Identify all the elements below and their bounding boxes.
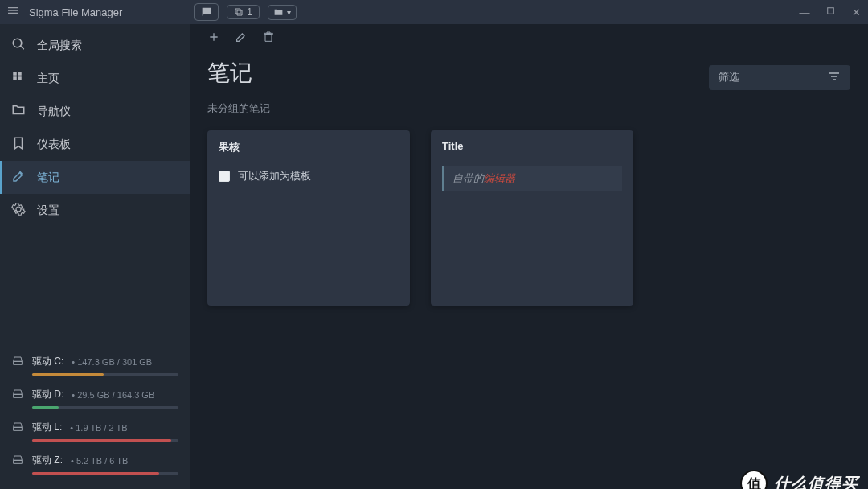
sidebar-item-label: 导航仪 [37, 105, 71, 119]
note-quote-block: 自带的编辑器 [442, 166, 622, 191]
drive-stats: • 29.5 GB / 164.3 GB [72, 390, 154, 400]
sidebar-item-settings[interactable]: 设置 [0, 194, 190, 227]
chevron-down-icon: ▾ [287, 8, 291, 17]
sidebar-item-label: 主页 [37, 72, 59, 86]
sidebar-item-global-search[interactable]: 全局搜索 [0, 29, 190, 62]
sidebar-item-dashboard[interactable]: 仪表板 [0, 128, 190, 161]
drive-stats: • 147.3 GB / 301 GB [72, 357, 152, 367]
bookmark-icon [11, 136, 26, 153]
app-title: Sigma File Manager [29, 6, 122, 18]
home-grid-icon [11, 70, 26, 87]
note-quote-highlight: 编辑器 [484, 172, 515, 184]
drive-label: 驱动 Z: [32, 454, 63, 467]
watermark: 值 什么值得买 [740, 470, 858, 489]
sidebar-item-label: 笔记 [37, 171, 59, 185]
note-card[interactable]: 果核 可以添加为模板 [207, 130, 410, 306]
drive-usage-bar [32, 406, 178, 409]
drive-label: 驱动 C: [32, 355, 63, 368]
drive-item[interactable]: 驱动 C: • 147.3 GB / 301 GB [6, 349, 183, 376]
sidebar-item-notes[interactable]: 笔记 [0, 161, 190, 194]
page-title: 笔记 [207, 58, 252, 88]
search-icon [11, 37, 26, 54]
hamburger-menu-icon[interactable] [6, 4, 19, 20]
chat-icon[interactable] [194, 3, 219, 21]
filter-input[interactable]: 筛选 [709, 65, 850, 90]
drive-item[interactable]: 驱动 L: • 1.9 TB / 2 TB [6, 415, 183, 442]
filter-label: 筛选 [719, 70, 739, 84]
watermark-badge: 值 [740, 470, 768, 489]
folder-icon [11, 103, 26, 120]
svg-rect-0 [827, 8, 833, 14]
note-card[interactable]: Title 自带的编辑器 [431, 130, 633, 306]
toolbar [207, 31, 850, 47]
sidebar-item-navigator[interactable]: 导航仪 [0, 95, 190, 128]
window-close-button[interactable]: ✕ [850, 6, 862, 18]
watermark-text: 什么值得买 [774, 473, 858, 490]
svg-rect-4 [18, 76, 22, 80]
tab-count-pill[interactable]: 1 [227, 5, 260, 19]
filter-icon [828, 70, 841, 85]
sidebar-item-label: 设置 [37, 203, 59, 218]
drive-usage-bar [32, 373, 178, 376]
drive-icon [11, 387, 24, 402]
note-edit-icon [11, 169, 26, 186]
drive-icon [11, 453, 24, 468]
svg-rect-2 [18, 72, 22, 76]
main-content: 笔记 筛选 未分组的笔记 果核 可以添加为模板 Title [190, 24, 868, 489]
drive-stats: • 5.2 TB / 6 TB [71, 456, 128, 466]
drive-icon [11, 354, 24, 369]
titlebar: Sigma File Manager 1 ▾ — ✕ [0, 0, 868, 24]
note-quote-text: 自带的 [452, 172, 484, 184]
drive-item[interactable]: 驱动 D: • 29.5 GB / 164.3 GB [6, 382, 183, 409]
gear-icon [11, 202, 26, 219]
drive-usage-bar [32, 472, 178, 475]
drive-stats: • 1.9 TB / 2 TB [70, 423, 127, 433]
drive-usage-bar [32, 439, 178, 442]
delete-button[interactable] [262, 31, 275, 47]
sidebar: 全局搜索 主页 导航仪 仪表板 笔记 [0, 24, 190, 489]
add-button[interactable] [207, 31, 220, 47]
sidebar-item-label: 仪表板 [37, 138, 71, 152]
note-card-title: Title [431, 130, 633, 160]
sidebar-item-label: 全局搜索 [37, 39, 82, 53]
drives-panel: 驱动 C: • 147.3 GB / 301 GB 驱动 D: • 29.5 G… [0, 346, 190, 489]
svg-rect-3 [13, 76, 17, 80]
section-subheading: 未分组的笔记 [207, 101, 850, 116]
note-checklist-item[interactable]: 可以添加为模板 [219, 169, 399, 183]
drive-item[interactable]: 驱动 Z: • 5.2 TB / 6 TB [6, 448, 183, 475]
folder-dropdown-pill[interactable]: ▾ [268, 5, 297, 20]
sidebar-item-home[interactable]: 主页 [0, 62, 190, 95]
note-card-title: 果核 [207, 130, 410, 162]
drive-label: 驱动 D: [32, 388, 63, 401]
window-minimize-button[interactable]: — [799, 6, 810, 18]
note-checklist-label: 可以添加为模板 [238, 169, 311, 183]
svg-rect-1 [13, 72, 17, 76]
window-maximize-button[interactable] [825, 6, 836, 18]
tab-count: 1 [247, 6, 252, 18]
drive-label: 驱动 L: [32, 421, 62, 434]
checkbox-icon[interactable] [219, 171, 230, 182]
drive-icon [11, 420, 24, 435]
edit-button[interactable] [235, 31, 248, 47]
